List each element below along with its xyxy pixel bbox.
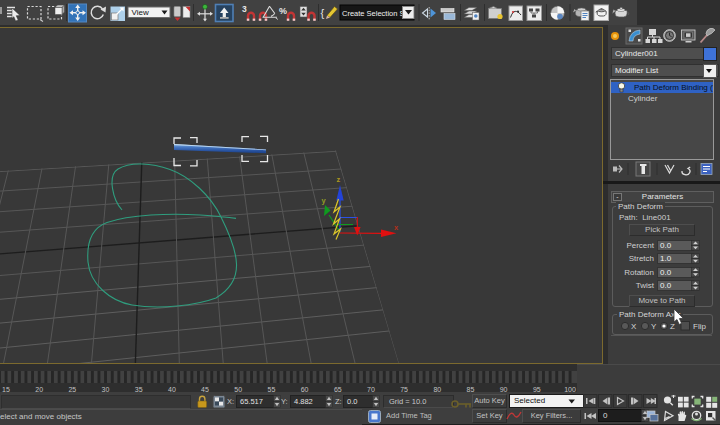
svg-text:X: X — [631, 322, 637, 331]
svg-text:{: { — [321, 7, 325, 19]
svg-text:x: x — [394, 223, 399, 232]
svg-text:z: z — [337, 175, 341, 184]
svg-text:Flip: Flip — [693, 322, 706, 331]
svg-text:%: % — [279, 6, 287, 16]
svg-text:3: 3 — [242, 4, 247, 14]
svg-text:Y: Y — [651, 322, 657, 331]
svg-text:y: y — [322, 196, 327, 205]
svg-text:View: View — [132, 8, 149, 17]
svg-text:Create Selection Se: Create Selection Se — [342, 9, 409, 18]
